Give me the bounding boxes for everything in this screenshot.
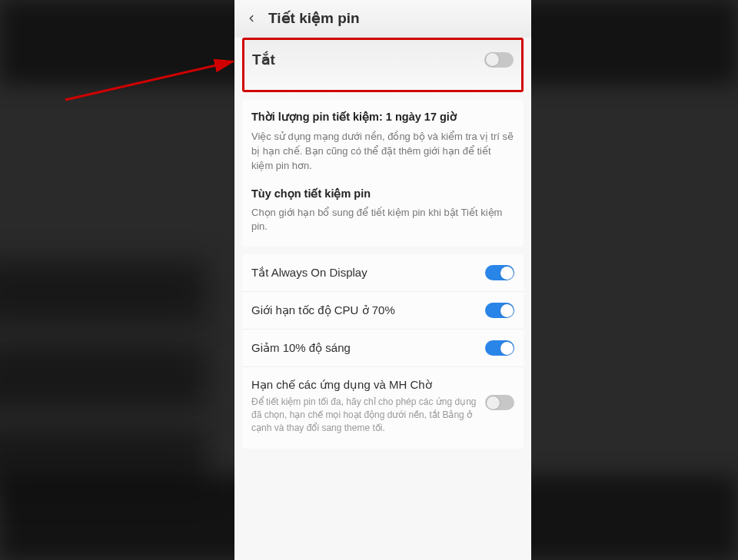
battery-estimate-description: Việc sử dụng mạng dưới nền, đồng bộ và k… [251,130,514,174]
option-sublabel: Để tiết kiệm pin tối đa, hãy chỉ cho phé… [251,396,477,434]
option-toggle-switch[interactable] [485,265,514,280]
options-section-description: Chọn giới hạn bổ sung để tiết kiệm pin k… [251,206,514,235]
svg-line-0 [65,61,233,100]
annotation-arrow [65,52,250,117]
option-label-block: Hạn chế các ứng dụng và MH Chờ Để tiết k… [251,378,485,434]
blurred-background [0,261,208,323]
back-icon[interactable] [245,12,258,25]
blurred-background [0,430,208,492]
option-toggle-switch[interactable] [485,340,514,356]
option-restrict-apps[interactable]: Hạn chế các ứng dụng và MH Chờ Để tiết k… [242,367,524,448]
option-toggle-switch[interactable] [485,395,514,410]
info-card: Thời lượng pin tiết kiệm: 1 ngày 17 giờ … [242,100,524,247]
options-section-title: Tùy chọn tiết kiệm pin [251,187,514,200]
header-bar: Tiết kiệm pin [234,0,531,38]
phone-screen: Tiết kiệm pin Tắt Thời lượng pin tiết ki… [234,0,531,560]
option-toggle-switch[interactable] [485,303,514,318]
options-list: Tắt Always On Display Giới hạn tốc độ CP… [242,254,524,448]
option-always-on-display[interactable]: Tắt Always On Display [242,254,524,292]
page-title: Tiết kiệm pin [268,9,360,27]
main-toggle-label: Tắt [252,51,275,68]
option-label: Tắt Always On Display [251,266,485,280]
battery-estimate: Thời lượng pin tiết kiệm: 1 ngày 17 giờ [251,111,514,123]
blurred-background [0,346,208,407]
main-toggle-switch[interactable] [484,52,514,68]
main-toggle-row[interactable]: Tắt [242,38,524,92]
option-brightness[interactable]: Giảm 10% độ sáng [242,330,524,367]
option-label: Hạn chế các ứng dụng và MH Chờ [251,378,477,392]
option-label: Giảm 10% độ sáng [251,341,485,355]
option-cpu-limit[interactable]: Giới hạn tốc độ CPU ở 70% [242,292,524,330]
option-label: Giới hạn tốc độ CPU ở 70% [251,303,485,317]
